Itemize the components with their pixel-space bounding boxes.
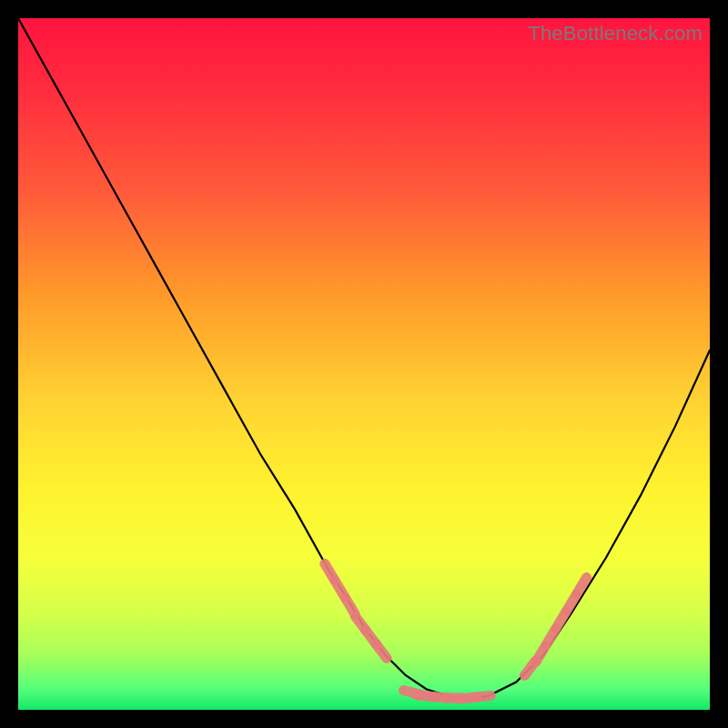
chart-stage: TheBottleneck.com — [0, 0, 728, 728]
marker-pill — [376, 643, 387, 658]
data-markers — [325, 563, 587, 699]
chart-svg — [18, 18, 710, 710]
curve-line — [18, 18, 710, 700]
marker-pill — [472, 696, 490, 698]
plot-area: TheBottleneck.com — [18, 18, 710, 710]
